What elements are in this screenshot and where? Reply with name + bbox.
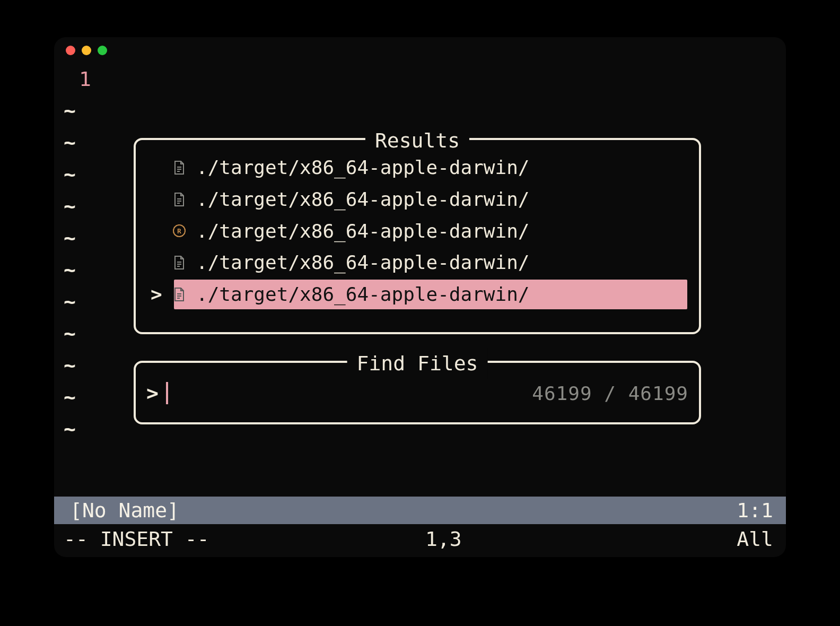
- text-cursor-icon: [166, 382, 168, 404]
- zoom-icon[interactable]: [98, 46, 107, 55]
- buffer-name: [No Name]: [70, 495, 179, 526]
- mode-line: -- INSERT -- 1,3 All: [54, 525, 786, 553]
- tilde-marker: ~: [64, 158, 76, 190]
- line-1: 1: [54, 64, 786, 95]
- result-row[interactable]: ./target/x86_64-apple-darwin/: [142, 184, 693, 215]
- result-path: ./target/x86_64-apple-darwin/: [196, 280, 684, 309]
- file-icon: [172, 255, 187, 270]
- result-path: ./target/x86_64-apple-darwin/: [196, 216, 684, 246]
- find-files-popup: Find Files > 46199 / 46199: [134, 361, 701, 424]
- status-bar: [No Name] 1:1: [54, 497, 786, 524]
- tilde-marker: ~: [64, 126, 76, 158]
- tilde-marker: ~: [64, 254, 76, 285]
- tilde-marker: ~: [64, 222, 76, 254]
- tilde-marker: ~: [64, 190, 76, 222]
- editor-mode: -- INSERT --: [64, 524, 209, 555]
- file-icon: [172, 192, 187, 207]
- find-files-title: Find Files: [347, 348, 488, 379]
- selection-marker-icon: >: [151, 280, 162, 309]
- terminal-window: 1 ~~~~~~~~~~~ Results ./target/x86_64-ap…: [54, 37, 786, 557]
- find-files-count: 46199 / 46199: [532, 379, 688, 408]
- scroll-indicator: All: [737, 524, 773, 555]
- results-list: ./target/x86_64-apple-darwin/./target/x8…: [142, 152, 693, 310]
- result-path: ./target/x86_64-apple-darwin/: [196, 248, 684, 277]
- tilde-marker: ~: [64, 349, 76, 381]
- line-number: 1: [54, 64, 107, 95]
- tilde-marker: ~: [64, 413, 76, 445]
- results-popup: Results ./target/x86_64-apple-darwin/./t…: [134, 138, 701, 334]
- rust-file-icon: R: [172, 224, 187, 238]
- tilde-marker: ~: [64, 381, 76, 413]
- titlebar: [54, 37, 786, 64]
- find-files-prompt: >: [146, 378, 159, 409]
- result-row[interactable]: >./target/x86_64-apple-darwin/: [142, 279, 693, 310]
- editor-area: 1 ~~~~~~~~~~~ Results ./target/x86_64-ap…: [54, 64, 786, 557]
- result-path: ./target/x86_64-apple-darwin/: [196, 153, 684, 182]
- empty-line-tildes: ~~~~~~~~~~~: [64, 94, 76, 445]
- result-row[interactable]: ./target/x86_64-apple-darwin/: [142, 152, 693, 184]
- status-position: 1:1: [737, 495, 773, 526]
- cursor-position: 1,3: [425, 524, 462, 555]
- tilde-marker: ~: [64, 94, 76, 126]
- minimize-icon[interactable]: [82, 46, 91, 55]
- close-icon[interactable]: [66, 46, 75, 55]
- file-icon: [172, 160, 187, 175]
- tilde-marker: ~: [64, 285, 76, 317]
- file-icon: [172, 287, 187, 302]
- result-row[interactable]: ./target/x86_64-apple-darwin/: [142, 247, 693, 279]
- svg-text:R: R: [177, 227, 181, 235]
- tilde-marker: ~: [64, 317, 76, 349]
- result-path: ./target/x86_64-apple-darwin/: [196, 185, 684, 214]
- results-title: Results: [365, 125, 469, 156]
- result-row[interactable]: R./target/x86_64-apple-darwin/: [142, 215, 693, 247]
